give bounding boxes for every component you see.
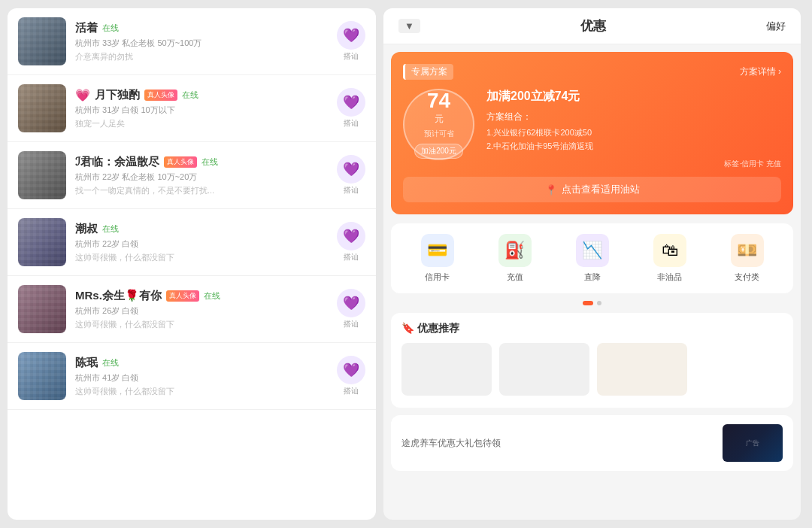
- promo-tag: 专属方案: [403, 64, 453, 80]
- user-name-row: 陈珉在线: [75, 356, 328, 370]
- right-header: ▼ 优惠 偏好: [383, 8, 801, 44]
- category-label-4: 非油品: [657, 272, 682, 283]
- online-status: 在线: [102, 357, 119, 369]
- user-name-row: MRs.余生🌹有你真人头像在线: [75, 289, 328, 303]
- heart-button[interactable]: 💜搭讪: [337, 155, 365, 196]
- promo-tags-label: 标签·信用卡 充值: [724, 159, 781, 169]
- heart-icon: 💜: [337, 155, 365, 184]
- heart-button[interactable]: 💜搭讪: [337, 222, 365, 262]
- user-name-row: ℐ君临：余温散尽真人头像在线: [75, 155, 328, 169]
- user-name-row: 💗月下独酌真人头像在线: [75, 88, 328, 102]
- heart-button[interactable]: 💜搭讪: [337, 21, 365, 62]
- heart-icon: 💜: [337, 222, 365, 250]
- promo-combo-item-2: 2.中石化加油卡95号油滴返现: [486, 140, 781, 153]
- user-desc: 这帅哥很懒，什么都没留下: [75, 386, 328, 397]
- heart-label: 搭讪: [344, 319, 359, 329]
- user-tags: 杭州市 31岁 白领 10万以下: [75, 105, 328, 116]
- user-name: ℐ君临：余温散尽: [75, 155, 159, 169]
- user-item-2[interactable]: 💗月下独酌真人头像在线杭州市 31岁 白领 10万以下独宠一人足矣💜搭讪: [8, 75, 376, 142]
- heart-label: 搭讪: [344, 185, 359, 196]
- right-panel: ▼ 优惠 偏好 专属方案 方案详情 › 74 元 预计可省 加油200元: [383, 8, 801, 520]
- header-title: 优惠: [580, 17, 606, 35]
- category-item-1[interactable]: 💳信用卡: [421, 234, 454, 283]
- user-item-1[interactable]: 活着在线杭州市 33岁 私企老板 50万~100万介意离异的勿扰💜搭讪: [8, 8, 376, 75]
- header-left: ▼: [398, 19, 420, 33]
- discount-placeholder-2: [499, 343, 589, 396]
- dropdown-icon[interactable]: ▼: [398, 19, 420, 33]
- heart-label: 搭讪: [344, 118, 359, 129]
- user-name-row: 潮叔在线: [75, 222, 328, 236]
- user-desc: 找一个一吻定真情的，不是不要打扰...: [75, 185, 328, 196]
- user-info: MRs.余生🌹有你真人头像在线杭州市 26岁 白领这帅哥很懒，什么都没留下: [75, 289, 328, 330]
- user-tags: 杭州市 33岁 私企老板 50万~100万: [75, 38, 328, 49]
- avatar: [18, 17, 66, 65]
- heart-label: 搭讪: [344, 252, 359, 262]
- category-item-3[interactable]: 📉直降: [576, 234, 609, 283]
- online-status: 在线: [102, 23, 119, 34]
- avatar: [18, 218, 66, 266]
- heart-label: 搭讪: [344, 386, 359, 396]
- promo-detail-link[interactable]: 方案详情 ›: [740, 65, 781, 78]
- heart-label: 搭讪: [344, 51, 359, 62]
- user-name: MRs.余生🌹有你: [75, 289, 162, 303]
- user-desc: 独宠一人足矣: [75, 118, 328, 129]
- location-icon: 📍: [545, 184, 557, 196]
- user-item-5[interactable]: MRs.余生🌹有你真人头像在线杭州市 26岁 白领这帅哥很懒，什么都没留下💜搭讪: [8, 276, 376, 343]
- dot-1: [583, 301, 593, 305]
- promo-station-text: 点击查看适用油站: [562, 183, 640, 196]
- heart-button[interactable]: 💜搭讪: [337, 289, 365, 329]
- user-name: 陈珉: [75, 356, 98, 370]
- bottom-banner[interactable]: 途虎养车优惠大礼包待领 广告: [391, 415, 793, 471]
- banner-image: 广告: [723, 424, 783, 462]
- name-prefix-icon: 💗: [75, 88, 90, 102]
- category-item-4[interactable]: 🛍非油品: [653, 234, 686, 283]
- discount-section: 🔖 优惠推荐: [391, 313, 793, 408]
- heart-icon: 💜: [337, 289, 365, 317]
- promo-amount: 74: [427, 90, 450, 111]
- category-icon-1: 💳: [421, 234, 454, 267]
- heart-button[interactable]: 💜搭讪: [337, 356, 365, 396]
- user-tags: 杭州市 41岁 白领: [75, 372, 328, 384]
- discount-section-title: 🔖 优惠推荐: [401, 322, 783, 335]
- user-tags: 杭州市 22岁 白领: [75, 238, 328, 250]
- avatar: [18, 84, 66, 132]
- heart-icon: 💜: [337, 356, 365, 384]
- category-icon-3: 📉: [576, 234, 609, 267]
- category-row: 💳信用卡⛽充值📉直降🛍非油品💴支付类: [391, 223, 793, 293]
- promo-body: 74 元 预计可省 加油200元 加满200立减74元 方案组合： 1.兴业银行…: [403, 89, 781, 169]
- promo-combo-title: 方案组合：: [486, 111, 781, 123]
- online-status: 在线: [201, 156, 218, 168]
- promo-unit: 元: [435, 113, 444, 126]
- promo-footer: 标签·信用卡 充值: [486, 159, 781, 169]
- promo-card-header: 专属方案 方案详情 ›: [403, 64, 781, 80]
- user-info: 💗月下独酌真人头像在线杭州市 31岁 白领 10万以下独宠一人足矣: [75, 88, 328, 129]
- online-status: 在线: [204, 290, 220, 302]
- category-item-5[interactable]: 💴支付类: [731, 234, 764, 283]
- user-item-4[interactable]: 潮叔在线杭州市 22岁 白领这帅哥很懒，什么都没留下💜搭讪: [8, 209, 376, 276]
- online-status: 在线: [182, 90, 198, 101]
- heart-button[interactable]: 💜搭讪: [337, 88, 365, 129]
- avatar: [18, 352, 66, 400]
- promo-circle: 74 元 预计可省 加油200元: [403, 89, 474, 160]
- heart-icon: 💜: [337, 88, 365, 117]
- promo-combo-item-1: 1.兴业银行62根联卡200减50: [486, 126, 781, 140]
- header-preferences[interactable]: 偏好: [766, 20, 786, 33]
- promo-card: 专属方案 方案详情 › 74 元 预计可省 加油200元 加满200立减74元 …: [391, 52, 793, 214]
- dots-row: [391, 301, 793, 305]
- promo-main-title: 加满200立减74元: [486, 89, 781, 105]
- vip-badge: 真人头像: [144, 90, 177, 101]
- user-info: 活着在线杭州市 33岁 私企老板 50万~100万介意离异的勿扰: [75, 21, 328, 62]
- user-item-6[interactable]: 陈珉在线杭州市 41岁 白领这帅哥很懒，什么都没留下💜搭讪: [8, 343, 376, 410]
- category-icon-5: 💴: [731, 234, 764, 267]
- category-item-2[interactable]: ⛽充值: [498, 234, 532, 283]
- user-item-3[interactable]: ℐ君临：余温散尽真人头像在线杭州市 22岁 私企老板 10万~20万找一个一吻定…: [8, 142, 376, 209]
- user-tags: 杭州市 26岁 白领: [75, 305, 328, 317]
- promo-text: 加满200立减74元 方案组合： 1.兴业银行62根联卡200减50 2.中石化…: [486, 89, 781, 169]
- vip-badge: 真人头像: [166, 290, 199, 302]
- promo-station[interactable]: 📍 点击查看适用油站: [403, 177, 781, 202]
- banner-text: 途虎养车优惠大礼包待领: [401, 437, 501, 450]
- user-name: 潮叔: [75, 222, 98, 236]
- discount-placeholder-1: [401, 343, 492, 396]
- user-info: 潮叔在线杭州市 22岁 白领这帅哥很懒，什么都没留下: [75, 222, 328, 263]
- user-name: 月下独酌: [95, 88, 140, 102]
